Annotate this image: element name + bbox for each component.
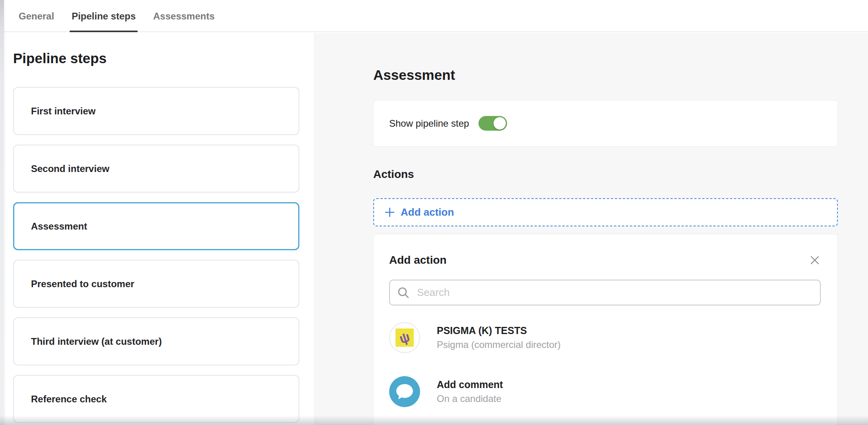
action-option-text: Add comment On a candidate [437,379,503,404]
add-action-button[interactable]: Add action [373,198,838,226]
add-action-button-label: Add action [401,206,454,218]
add-action-panel: Add action [373,234,838,425]
tab-assessments[interactable]: Assessments [153,11,215,31]
psigma-glyph: ψ [398,330,412,346]
step-label: Presented to customer [31,278,134,290]
step-label: Assessment [31,221,87,232]
step-detail-panel: Assessment Show pipeline step Actions Ad… [315,33,868,425]
pipeline-steps-panel: Pipeline steps First interview Second in… [4,33,315,425]
step-label: First interview [31,106,96,117]
page-edge-strip [0,0,4,425]
show-pipeline-step-label: Show pipeline step [389,118,469,129]
psigma-logo-tile: ψ [395,328,414,347]
action-option-list: ψ PSIGMA (K) TESTS Psigma (commercial di… [389,322,821,407]
action-search-field [389,280,821,305]
action-option-title: PSIGMA (K) TESTS [437,325,561,336]
page-title: Pipeline steps [13,50,314,67]
actions-section-title: Actions [373,168,838,181]
toggle-knob [494,117,506,129]
settings-page: General Pipeline steps Assessments Pipel… [0,0,868,425]
show-pipeline-step-toggle[interactable] [478,116,507,131]
step-card-presented-to-customer[interactable]: Presented to customer [13,260,299,308]
step-detail-title: Assessment [373,66,838,84]
close-icon[interactable] [809,254,821,266]
pipeline-step-list: First interview Second interview Assessm… [13,87,299,423]
action-option-text: PSIGMA (K) TESTS Psigma (commercial dire… [437,325,561,350]
step-label: Reference check [31,394,107,405]
step-card-third-interview[interactable]: Third interview (at customer) [13,317,299,365]
action-option-subtitle: On a candidate [437,393,503,404]
step-card-second-interview[interactable]: Second interview [13,145,299,193]
search-input[interactable] [416,280,813,305]
step-label: Second interview [31,163,109,174]
add-action-panel-header: Add action [389,253,821,267]
search-icon [397,286,410,299]
tab-bar: General Pipeline steps Assessments [4,0,868,32]
step-card-first-interview[interactable]: First interview [13,87,299,135]
plus-icon [384,207,395,218]
action-option-title: Add comment [437,379,503,390]
action-option-add-comment[interactable]: Add comment On a candidate [389,376,821,407]
tab-pipeline-steps[interactable]: Pipeline steps [71,11,135,31]
step-card-reference-check[interactable]: Reference check [13,375,299,423]
step-label: Third interview (at customer) [31,336,162,347]
action-option-subtitle: Psigma (commercial director) [437,339,561,350]
add-action-panel-title: Add action [389,253,447,267]
psigma-logo-icon: ψ [389,322,420,353]
show-pipeline-step-card: Show pipeline step [373,100,838,147]
action-option-psigma-tests[interactable]: ψ PSIGMA (K) TESTS Psigma (commercial di… [389,322,821,353]
tab-general[interactable]: General [19,11,54,31]
comment-bubble-icon [389,376,420,407]
step-card-assessment[interactable]: Assessment [13,202,299,250]
